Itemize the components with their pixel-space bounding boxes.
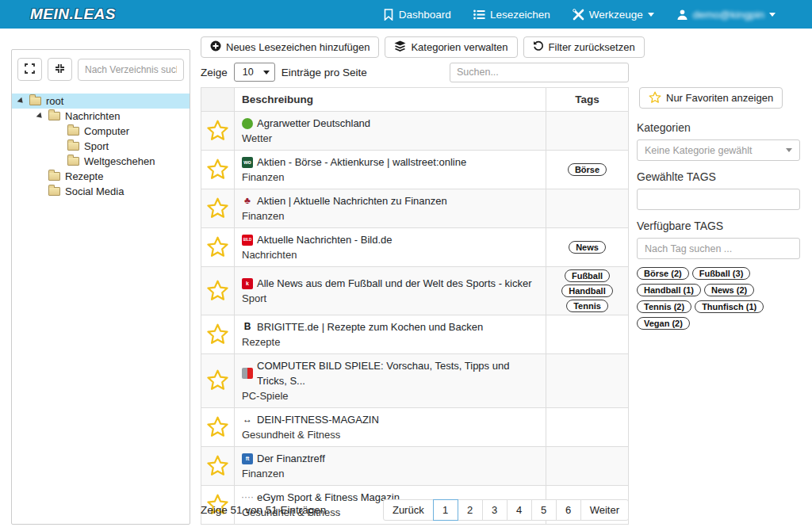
app-logo[interactable]: MEIN.LEAS — [30, 6, 116, 23]
folder-icon — [67, 157, 79, 166]
tree-caret-icon[interactable] — [17, 97, 28, 108]
nav-label-lesezeichen: Lesezeichen — [490, 9, 550, 21]
tag-search-input[interactable] — [637, 238, 800, 259]
bookmark-description-cell: ftDer FinanztreffFinanzen — [235, 447, 546, 486]
tree-node-sport[interactable]: Sport — [12, 139, 190, 154]
bookmark-description-cell: COMPUTER BILD SPIELE: Vorschau, Tests, T… — [235, 354, 546, 408]
tree-node-rezepte[interactable]: Rezepte — [12, 169, 190, 184]
available-tag-pill[interactable]: News (2) — [704, 284, 754, 296]
tree-node-weltgeschehen[interactable]: Weltgeschehen — [12, 154, 190, 169]
table-search-input[interactable] — [450, 63, 629, 82]
selected-tags-label: Gewählte TAGS — [637, 170, 800, 183]
bookmark-title-text: Aktuelle Nachrichten - Bild.de — [257, 232, 393, 247]
tree-node-label: Weltgeschehen — [84, 155, 161, 167]
tree-node-label: Rezepte — [65, 170, 109, 182]
table-row: BBRIGITTE.de | Rezepte zum Kochen und Ba… — [201, 315, 629, 354]
tags-column-header: Tags — [546, 88, 629, 112]
available-tag-pill[interactable]: Thunfisch (1) — [695, 300, 764, 313]
pagination-prev-button[interactable]: Zurück — [383, 499, 434, 521]
reset-filter-button[interactable]: Filter zurücksetzen — [523, 36, 645, 58]
bookmark-title[interactable]: ↔DEIN-FITNESS-MAGAZIN — [242, 412, 538, 427]
page-size-select[interactable]: 10 — [234, 63, 275, 82]
site-favicon: ft — [242, 453, 253, 464]
bookmark-description-cell: Agrarwetter DeutschlandWetter — [235, 112, 546, 151]
list-controls: Zeige 10 Einträge pro Seite — [201, 62, 629, 82]
bookmark-title[interactable]: kAlle News aus dem Fußball und der Welt … — [242, 276, 538, 291]
user-menu[interactable]: demo@kingpin — [676, 9, 776, 21]
selected-tags-input[interactable] — [637, 189, 800, 210]
table-row: ↔DEIN-FITNESS-MAGAZINGesundheit & Fitnes… — [201, 408, 629, 447]
favorite-star-icon[interactable] — [207, 208, 228, 220]
available-tag-pill[interactable]: Fußball (3) — [692, 267, 751, 280]
tag-badge: News — [569, 241, 606, 254]
pagination-page-5[interactable]: 5 — [531, 499, 557, 521]
pagination-page-4[interactable]: 4 — [507, 499, 532, 521]
tags-stack: Börse — [550, 163, 625, 176]
favorite-star-icon[interactable] — [207, 291, 228, 303]
favorite-star-cell — [201, 447, 235, 486]
nav-item-dashboard[interactable]: Dashboard — [383, 9, 451, 21]
bookmark-tags-cell: FußballHandballTennis — [546, 267, 629, 315]
collapse-all-button[interactable] — [48, 58, 72, 81]
bookmark-title[interactable]: ♣Aktien | Aktuelle Nachrichten zu Finanz… — [242, 193, 538, 208]
bookmark-title[interactable]: woAktien - Börse - Aktienkurse | wallstr… — [242, 155, 538, 170]
pagination-page-3[interactable]: 3 — [482, 499, 508, 521]
tags-stack: FußballHandballTennis — [550, 269, 625, 312]
favorite-star-icon[interactable] — [207, 170, 228, 181]
favorite-star-icon[interactable] — [207, 247, 228, 259]
nav-item-lesezeichen[interactable]: Lesezeichen — [473, 9, 550, 21]
site-favicon — [242, 118, 253, 129]
tree-node-computer[interactable]: Computer — [12, 124, 190, 139]
table-row: Agrarwetter DeutschlandWetter — [201, 112, 629, 151]
pagination-page-6[interactable]: 6 — [556, 499, 581, 521]
folder-tree-panel: rootNachrichtenComputerSportWeltgeschehe… — [11, 49, 190, 525]
site-favicon: BILD — [242, 235, 253, 246]
favorite-star-icon[interactable] — [207, 380, 228, 392]
bookmark-description-cell: kAlle News aus dem Fußball und der Welt … — [235, 267, 546, 315]
favorite-star-icon[interactable] — [207, 334, 228, 346]
chevron-down-icon — [648, 13, 654, 20]
pagination-page-1[interactable]: 1 — [433, 499, 458, 521]
tree-node-nachrichten[interactable]: Nachrichten — [12, 109, 190, 124]
favorite-star-icon[interactable] — [207, 427, 228, 439]
bookmark-category: Gesundheit & Fitness — [242, 427, 538, 442]
tree-node-social-media[interactable]: Social Media — [12, 184, 190, 199]
manage-categories-label: Kategorien verwalten — [411, 41, 508, 53]
table-footer: Zeige 51 von 51 Einträgen Zurück123456We… — [201, 499, 629, 521]
bookmark-title-text: Aktien - Börse - Aktienkurse | wallstree… — [257, 155, 466, 170]
available-tag-pill[interactable]: Handball (1) — [637, 284, 701, 296]
expand-all-button[interactable] — [17, 58, 42, 81]
tree-node-root[interactable]: root — [12, 94, 190, 109]
bookmark-title[interactable]: COMPUTER BILD SPIELE: Vorschau, Tests, T… — [242, 358, 538, 388]
pagination-next-button[interactable]: Weiter — [580, 499, 629, 521]
favorite-star-icon[interactable] — [207, 131, 228, 143]
category-select[interactable]: Keine Kategorie gewählt — [637, 139, 800, 161]
nav-item-werkzeuge[interactable]: Werkzeuge — [573, 9, 654, 21]
bookmark-title[interactable]: BBRIGITTE.de | Rezepte zum Kochen und Ba… — [242, 319, 538, 334]
available-tag-pill[interactable]: Tennis (2) — [637, 300, 691, 313]
bookmark-title[interactable]: Agrarwetter Deutschland — [242, 116, 538, 131]
bookmark-title[interactable]: BILDAktuelle Nachrichten - Bild.de — [242, 232, 538, 247]
manage-categories-button[interactable]: Kategorien verwalten — [385, 36, 517, 58]
bookmark-title-text: BRIGITTE.de | Rezepte zum Kochen und Bac… — [257, 319, 483, 334]
navbar: MEIN.LEAS Dashboard Lesezeichen — [0, 0, 812, 29]
available-tag-pill[interactable]: Börse (2) — [637, 267, 689, 280]
add-bookmark-button[interactable]: Neues Lesezeichen hinzufügen — [201, 36, 379, 58]
bookmark-title-text: DEIN-FITNESS-MAGAZIN — [257, 412, 379, 427]
bookmark-title[interactable]: ftDer Finanztreff — [242, 451, 538, 466]
tree-search-input[interactable] — [78, 59, 184, 81]
categories-label: Kategorien — [637, 121, 800, 134]
favorite-star-cell — [201, 189, 235, 228]
bookmark-tags-cell — [546, 354, 629, 408]
tag-badge: Fußball — [565, 269, 610, 282]
available-tag-pill[interactable]: Vegan (2) — [637, 317, 690, 330]
tree-caret-icon[interactable] — [36, 113, 47, 123]
bookmark-tags-cell: News — [546, 228, 629, 267]
entries-info: Zeige 51 von 51 Einträgen — [201, 504, 326, 516]
pagination-page-2[interactable]: 2 — [458, 499, 483, 521]
table-row: ftDer FinanztreffFinanzen — [201, 447, 629, 486]
bookmark-description-cell: ↔DEIN-FITNESS-MAGAZINGesundheit & Fitnes… — [235, 408, 546, 447]
favorites-only-button[interactable]: Nur Favoriten anzeigen — [639, 87, 783, 109]
add-bookmark-label: Neues Lesezeichen hinzufügen — [226, 41, 370, 53]
favorite-star-icon[interactable] — [207, 466, 228, 478]
